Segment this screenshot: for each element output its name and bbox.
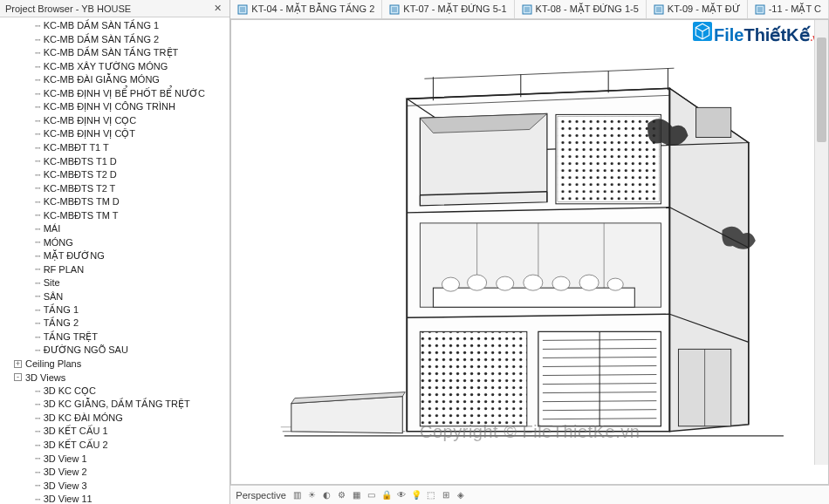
render-icon[interactable]: ⚙ — [336, 489, 348, 501]
tree-item[interactable]: ⋯KC-MBĐTS TM T — [3, 208, 230, 222]
tree-connector-icon: ⋯ — [3, 467, 40, 478]
tree-item[interactable]: ⋯KC-MB XÂY TƯỜNG MÓNG — [3, 60, 230, 74]
tree-item[interactable]: ⋯KC-MB ĐÀI GIẰNG MÓNG — [3, 73, 230, 87]
analytical-icon[interactable]: ⊞ — [440, 489, 452, 501]
tree-item[interactable]: ⋯3D KẾT CẤU 2 — [3, 439, 230, 453]
tree-item-label: KC-MBĐT T1 T — [44, 142, 109, 153]
svg-rect-51 — [421, 331, 527, 426]
project-browser-title: Project Browser - YB HOUSE — [5, 3, 131, 14]
vertical-scrollbar[interactable] — [814, 20, 828, 465]
tree-item[interactable]: +Ceiling Plans — [3, 358, 230, 371]
svg-point-46 — [497, 276, 514, 290]
status-icons: ▥ ☀ ◐ ⚙ ▦ ▭ 🔒 👁 💡 ⬚ ⊞ ◈ — [291, 489, 467, 501]
tree-item-label: KC-MB XÂY TƯỜNG MÓNG — [44, 61, 168, 72]
view-tab[interactable]: KT-09 - MẶT ĐỨ — [647, 0, 748, 18]
tree-item[interactable]: ⋯3D KC GIẰNG, DẦM TẦNG TRỆT — [3, 398, 230, 412]
tree-item[interactable]: ⋯KC-MBĐTS T1 D — [3, 154, 230, 168]
tree-connector-icon: ⋯ — [3, 20, 40, 31]
tree-item[interactable]: ⋯KC-MBĐT T1 T — [3, 141, 230, 155]
tree-item-label: KC-MB ĐỊNH VỊ BỂ PHỐT BỂ NƯỚC — [44, 88, 205, 99]
tree-connector-icon: ⋯ — [3, 196, 40, 208]
tree-item-label: KC-MBĐTS TM D — [44, 196, 120, 207]
tree-item[interactable]: ⋯TẦNG TRỆT — [3, 330, 230, 344]
tree-item[interactable]: -3D Views — [3, 371, 230, 385]
expand-icon[interactable]: + — [14, 360, 22, 368]
project-tree[interactable]: ⋯KC-MB DẦM SÀN TẦNG 1⋯KC-MB DẦM SÀN TẦNG… — [0, 17, 230, 504]
viewport-3d[interactable]: File Thiết Kế .vn Copyright © FileThietK… — [230, 19, 829, 485]
tree-item[interactable]: ⋯KC-MBĐTS TM D — [3, 195, 230, 209]
tree-item-label: SÂN — [44, 291, 64, 302]
tree-item[interactable]: ⋯3D View 3 — [3, 479, 230, 493]
tree-item-label: 3D View 11 — [44, 494, 92, 504]
tree-item[interactable]: ⋯KC-MB ĐỊNH VỊ BỂ PHỐT BỂ NƯỚC — [3, 87, 230, 101]
worksharing-icon[interactable]: ⬚ — [425, 489, 437, 501]
status-view-mode: Perspective — [236, 490, 285, 501]
tree-connector-icon: ⋯ — [3, 209, 40, 221]
tree-item-label: 3D KẾT CẤU 1 — [44, 426, 108, 437]
tree-connector-icon: ⋯ — [3, 331, 40, 343]
view-tab[interactable]: KT-08 - MẶT ĐỨNG 1-5 — [515, 0, 647, 18]
tree-item[interactable]: ⋯KC-MB DẦM SÀN TẦNG 2 — [3, 33, 230, 47]
tab-label: KT-04 - MẶT BẰNG TẦNG 2 — [251, 3, 374, 15]
tree-item[interactable]: ⋯KC-MBĐTS T2 D — [3, 168, 230, 182]
tree-item-label: 3D KC GIẰNG, DẦM TẦNG TRỆT — [44, 398, 190, 410]
tree-item[interactable]: ⋯KC-MBĐTS T2 T — [3, 181, 230, 195]
view-tab[interactable]: KT-04 - MẶT BẰNG TẦNG 2 — [230, 0, 382, 18]
lock-icon[interactable]: 🔒 — [380, 489, 393, 501]
tree-item-label: 3D View 1 — [44, 453, 87, 464]
building-render — [231, 20, 828, 484]
tree-item[interactable]: ⋯KC-MB ĐỊNH VỊ CỘT — [3, 127, 230, 141]
tree-connector-icon: ⋯ — [3, 236, 40, 248]
close-icon[interactable]: ✕ — [211, 3, 224, 14]
tree-item[interactable]: ⋯KC-MB DẦM SÀN TẦNG 1 — [3, 19, 230, 33]
tree-item[interactable]: ⋯3D KẾT CẤU 1 — [3, 425, 230, 439]
graphic-display-icon[interactable]: ▥ — [291, 489, 304, 501]
view-statusbar: Perspective ▥ ☀ ◐ ⚙ ▦ ▭ 🔒 👁 💡 ⬚ ⊞ ◈ — [230, 485, 829, 504]
crop-icon[interactable]: ▦ — [351, 489, 363, 501]
crop-region-icon[interactable]: ▭ — [366, 489, 378, 501]
tree-item-label: KC-MB DẦM SÀN TẦNG 2 — [44, 34, 160, 45]
tree-item-label: KC-MB ĐÀI GIẰNG MÓNG — [44, 74, 160, 85]
tree-item[interactable]: ⋯TẦNG 2 — [3, 317, 230, 330]
tree-item[interactable]: ⋯Site — [3, 276, 230, 290]
view-tab[interactable]: -11 - MẶT C — [748, 0, 829, 18]
svg-rect-38 — [558, 116, 659, 201]
tree-item[interactable]: ⋯RF PLAN — [3, 262, 230, 276]
tree-group-label: Ceiling Plans — [25, 358, 81, 369]
tree-item-label: KC-MB ĐỊNH VỊ CÔNG TRÌNH — [44, 101, 175, 112]
scrollbar-thumb[interactable] — [817, 37, 826, 142]
tree-item[interactable]: ⋯KC-MB ĐỊNH VỊ CỌC — [3, 114, 230, 128]
tree-connector-icon: ⋯ — [3, 426, 40, 437]
tree-connector-icon: ⋯ — [3, 398, 40, 410]
tree-connector-icon: ⋯ — [3, 155, 40, 167]
tree-connector-icon: ⋯ — [3, 250, 40, 262]
view-tab[interactable]: KT-07 - MẶT ĐỨNG 5-1 — [382, 0, 514, 18]
reveal-hidden-icon[interactable]: 💡 — [410, 489, 422, 501]
tree-item[interactable]: ⋯KC-MB ĐỊNH VỊ CÔNG TRÌNH — [3, 100, 230, 114]
tree-item-label: 3D View 3 — [44, 480, 87, 491]
tree-connector-icon: ⋯ — [3, 480, 40, 491]
highlight-icon[interactable]: ◈ — [455, 489, 467, 501]
collapse-icon[interactable]: - — [14, 373, 22, 381]
shadows-icon[interactable]: ◐ — [321, 489, 333, 501]
tree-item[interactable]: ⋯3D View 1 — [3, 452, 230, 466]
tree-item[interactable]: ⋯MÓNG — [3, 235, 230, 249]
svg-point-44 — [442, 277, 460, 291]
tree-item-label: KC-MBĐTS T1 D — [44, 156, 117, 167]
sheet-icon — [389, 4, 400, 15]
sun-path-icon[interactable]: ☀ — [306, 489, 319, 501]
tree-item[interactable]: ⋯KC-MB DẦM SÀN TẦNG TRỆT — [3, 46, 230, 60]
tree-item-label: 3D View 2 — [44, 467, 87, 477]
tree-item[interactable]: ⋯ĐƯỜNG NGÕ SAU — [3, 344, 230, 358]
tree-item[interactable]: ⋯TẦNG 1 — [3, 303, 230, 317]
temp-hide-icon[interactable]: 👁 — [395, 489, 408, 501]
tree-item[interactable]: ⋯3D View 11 — [3, 493, 230, 505]
tree-item[interactable]: ⋯MÁI — [3, 222, 230, 236]
svg-line-28 — [425, 68, 675, 78]
tree-item[interactable]: ⋯3D View 2 — [3, 466, 230, 480]
tree-item[interactable]: ⋯3D KC CỌC — [3, 385, 230, 398]
tree-item-label: KC-MB ĐỊNH VỊ CỌC — [44, 115, 137, 126]
tree-item[interactable]: ⋯3D KC ĐÀI MÓNG — [3, 412, 230, 426]
tree-item[interactable]: ⋯MẶT ĐƯỜNG — [3, 249, 230, 263]
tree-item[interactable]: ⋯SÂN — [3, 289, 230, 303]
